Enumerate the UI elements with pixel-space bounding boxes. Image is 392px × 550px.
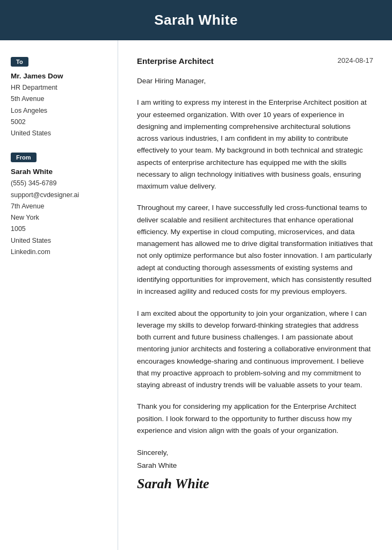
sender-phone: (555) 345-6789 bbox=[11, 178, 107, 189]
recipient-country: United States bbox=[11, 128, 107, 139]
letter-date: 2024-08-17 bbox=[338, 56, 374, 64]
recipient-department: HR Department bbox=[11, 82, 107, 93]
signature: Sarah White bbox=[137, 476, 373, 492]
from-section: From Sarah White (555) 345-6789 support@… bbox=[11, 152, 107, 258]
paragraph-4: Thank you for considering my application… bbox=[137, 401, 373, 437]
page: Sarah White To Mr. James Dow HR Departme… bbox=[0, 0, 392, 550]
recipient-city: Los Angeles bbox=[11, 105, 107, 117]
to-badge: To bbox=[11, 57, 28, 67]
sender-country: United States bbox=[11, 235, 107, 247]
letter-header: Enterprise Architect 2024-08-17 bbox=[137, 56, 373, 66]
recipient-zip: 5002 bbox=[11, 117, 107, 128]
closing-word: Sincerely, bbox=[137, 446, 373, 459]
to-section: To Mr. James Dow HR Department 5th Avenu… bbox=[11, 56, 107, 139]
recipient-street: 5th Avenue bbox=[11, 93, 107, 105]
sender-email: support@cvdesigner.ai bbox=[11, 190, 107, 201]
recipient-name: Mr. James Dow bbox=[11, 72, 107, 80]
paragraph-3: I am excited about the opportunity to jo… bbox=[137, 308, 373, 392]
content: To Mr. James Dow HR Department 5th Avenu… bbox=[0, 40, 392, 550]
from-badge: From bbox=[11, 153, 37, 162]
letter-main: Enterprise Architect 2024-08-17 Dear Hir… bbox=[118, 40, 392, 550]
sender-zip: 1005 bbox=[11, 223, 107, 235]
sender-city: New York bbox=[11, 212, 107, 223]
paragraph-1: I am writing to express my interest in t… bbox=[137, 97, 373, 192]
paragraph-2: Throughout my career, I have successfull… bbox=[137, 202, 373, 298]
header-name: Sarah White bbox=[0, 12, 392, 28]
closing-name: Sarah White bbox=[137, 459, 373, 472]
sender-street: 7th Avenue bbox=[11, 201, 107, 212]
job-title: Enterprise Architect bbox=[137, 56, 214, 66]
sender-website: Linkedin.com bbox=[11, 247, 107, 258]
sidebar: To Mr. James Dow HR Department 5th Avenu… bbox=[0, 40, 118, 550]
header: Sarah White bbox=[0, 0, 392, 40]
letter-body: Dear Hiring Manager, I am writing to exp… bbox=[137, 75, 373, 437]
sender-name: Sarah White bbox=[11, 168, 107, 176]
salutation: Dear Hiring Manager, bbox=[137, 75, 373, 87]
closing: Sincerely, Sarah White bbox=[137, 446, 373, 473]
